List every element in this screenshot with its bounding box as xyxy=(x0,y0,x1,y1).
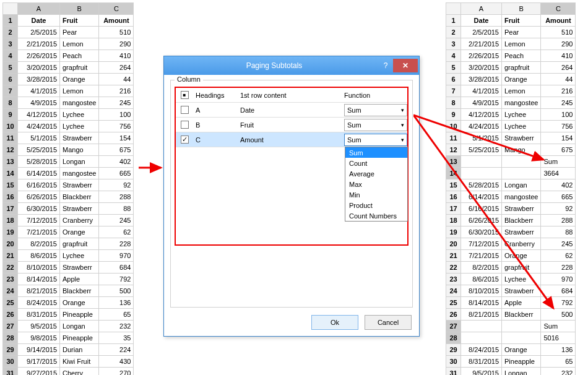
table-row[interactable]: 125/25/2015Mango675 xyxy=(3,144,134,156)
table-row[interactable]: 63/28/2015Orange44 xyxy=(446,74,576,85)
cell-date[interactable]: 8/24/2015 xyxy=(18,297,60,309)
col-A-r[interactable]: A xyxy=(461,3,502,15)
cell-fruit[interactable]: Peach xyxy=(502,50,541,62)
row-hdr[interactable]: 6 xyxy=(446,74,461,85)
cell-fruit[interactable]: mangostee xyxy=(60,97,99,109)
row-hdr[interactable]: 13 xyxy=(446,156,461,168)
table-row[interactable]: 248/21/2015Blackberr500 xyxy=(3,285,134,297)
table-row[interactable]: 42/26/2015Peach410 xyxy=(446,50,576,62)
table-row[interactable]: 166/14/2015mangostee665 xyxy=(446,191,576,203)
cell-fruit[interactable]: Orange xyxy=(60,226,99,238)
cell-fruit[interactable]: Strawberr xyxy=(502,285,541,297)
header-date-r[interactable]: Date xyxy=(461,15,502,27)
cell-amount[interactable]: 684 xyxy=(541,285,576,297)
table-row[interactable]: 197/21/2015Orange62 xyxy=(3,226,134,238)
cell-amount[interactable]: 270 xyxy=(99,368,134,376)
cell-amount[interactable]: 290 xyxy=(541,38,576,50)
row-hdr[interactable]: 31 xyxy=(446,368,461,376)
cell-amount[interactable]: 402 xyxy=(99,156,134,168)
cell-fruit[interactable]: Lychee xyxy=(502,109,541,121)
header-date[interactable]: Date xyxy=(18,15,60,27)
row-hdr[interactable]: 21 xyxy=(3,250,18,262)
table-row[interactable]: 289/8/2015Pineapple35 xyxy=(3,332,134,344)
row-hdr[interactable]: 30 xyxy=(446,356,461,368)
cell-amount[interactable]: 92 xyxy=(99,179,134,191)
row-hdr[interactable]: 11 xyxy=(446,132,461,144)
table-row[interactable]: 218/6/2015Lychee970 xyxy=(3,250,134,262)
table-row[interactable]: 53/20/2015grapfruit264 xyxy=(446,62,576,74)
row-hdr[interactable]: 28 xyxy=(446,332,461,344)
cell-date[interactable]: 9/5/2015 xyxy=(461,368,502,376)
table-row[interactable]: 268/31/2015Pineapple65 xyxy=(3,309,134,321)
row-hdr[interactable]: 26 xyxy=(3,309,18,321)
row-hdr[interactable]: 14 xyxy=(3,168,18,179)
row-hdr[interactable]: 17 xyxy=(3,203,18,215)
header-fruit-r[interactable]: Fruit xyxy=(502,15,541,27)
table-row[interactable]: 208/2/2015grapfruit228 xyxy=(3,238,134,250)
cell-fruit[interactable]: Lemon xyxy=(502,38,541,50)
cell-date[interactable]: 4/9/2015 xyxy=(461,97,502,109)
cell-date[interactable]: 3/20/2015 xyxy=(18,62,60,74)
function-combo[interactable]: Sum▾SumCountAverageMaxMinProductCount Nu… xyxy=(344,134,407,146)
table-row[interactable]: 143664 xyxy=(446,168,576,179)
row-hdr[interactable]: 29 xyxy=(446,344,461,356)
table-row[interactable]: 84/9/2015mangostee245 xyxy=(3,97,134,109)
row-hdr[interactable]: 4 xyxy=(446,50,461,62)
cell-amount[interactable]: 792 xyxy=(541,297,576,309)
cell-amount[interactable]: 3664 xyxy=(541,168,576,179)
cell-date[interactable]: 2/5/2015 xyxy=(18,27,60,38)
row-checkbox[interactable] xyxy=(181,106,189,114)
cell-date[interactable]: 5/28/2015 xyxy=(461,179,502,191)
cell-amount[interactable]: 264 xyxy=(541,62,576,74)
cell-amount[interactable]: 224 xyxy=(99,344,134,356)
col-C[interactable]: C xyxy=(99,3,134,15)
dialog-titlebar[interactable]: Paging Subtotals ? ✕ xyxy=(164,56,419,75)
table-row[interactable]: 135/28/2015Longan402 xyxy=(3,156,134,168)
cell-fruit[interactable] xyxy=(502,332,541,344)
row-hdr[interactable]: 8 xyxy=(3,97,18,109)
table-row[interactable]: 125/25/2015Mango675 xyxy=(446,144,576,156)
cell-amount[interactable]: 44 xyxy=(99,74,134,85)
cell-amount[interactable]: 410 xyxy=(99,50,134,62)
function-option[interactable]: Max xyxy=(345,179,407,189)
grid-row-C[interactable]: CAmountSum▾SumCountAverageMaxMinProductC… xyxy=(176,132,407,147)
cell-amount[interactable]: 136 xyxy=(541,344,576,356)
cell-amount[interactable]: 88 xyxy=(99,203,134,215)
function-option[interactable]: Sum xyxy=(345,147,407,158)
cell-date[interactable]: 8/10/2015 xyxy=(461,285,502,297)
row-hdr[interactable]: 3 xyxy=(446,38,461,50)
cell-fruit[interactable]: Pineapple xyxy=(60,309,99,321)
table-row[interactable]: 155/28/2015Longan402 xyxy=(446,179,576,191)
cell-amount[interactable]: 792 xyxy=(99,274,134,285)
table-row[interactable]: 319/5/2015Longan232 xyxy=(446,368,576,376)
cell-fruit[interactable]: Blackberr xyxy=(60,285,99,297)
row-hdr[interactable]: 27 xyxy=(446,321,461,332)
cell-amount[interactable]: 228 xyxy=(99,238,134,250)
cell-amount[interactable]: 665 xyxy=(99,168,134,179)
cell-date[interactable]: 5/25/2015 xyxy=(18,144,60,156)
cell-amount[interactable]: 970 xyxy=(99,250,134,262)
table-row[interactable]: 238/14/2015Apple792 xyxy=(3,274,134,285)
cell-fruit[interactable]: Blackberr xyxy=(502,309,541,321)
cell-fruit[interactable]: Strawberr xyxy=(502,226,541,238)
cell-fruit[interactable]: Apple xyxy=(60,274,99,285)
row-hdr[interactable]: 16 xyxy=(446,191,461,203)
table-row[interactable]: 228/2/2015grapfruit228 xyxy=(446,262,576,274)
table-row[interactable]: 115/1/2015Strawberr154 xyxy=(3,132,134,144)
cell-date[interactable]: 4/1/2015 xyxy=(18,85,60,97)
table-row[interactable]: 22/5/2015Pear510 xyxy=(446,27,576,38)
cell-date[interactable]: 8/6/2015 xyxy=(461,274,502,285)
cell-fruit[interactable]: Strawberr xyxy=(60,132,99,144)
col-B[interactable]: B xyxy=(60,3,99,15)
table-row[interactable]: 63/28/2015Orange44 xyxy=(3,74,134,85)
cell-date[interactable]: 3/20/2015 xyxy=(461,62,502,74)
table-row[interactable]: 187/12/2015Cranberry245 xyxy=(3,215,134,226)
function-combo[interactable]: Sum▾ xyxy=(344,104,407,116)
table-row[interactable]: 268/21/2015Blackberr500 xyxy=(446,309,576,321)
function-combo[interactable]: Sum▾ xyxy=(344,119,407,131)
table-row[interactable]: 217/21/2015Orange62 xyxy=(446,250,576,262)
cell-date[interactable]: 2/5/2015 xyxy=(461,27,502,38)
cell-amount[interactable]: Sum xyxy=(541,321,576,332)
table-row[interactable]: 207/12/2015Cranberry245 xyxy=(446,238,576,250)
row-hdr[interactable]: 5 xyxy=(446,62,461,74)
